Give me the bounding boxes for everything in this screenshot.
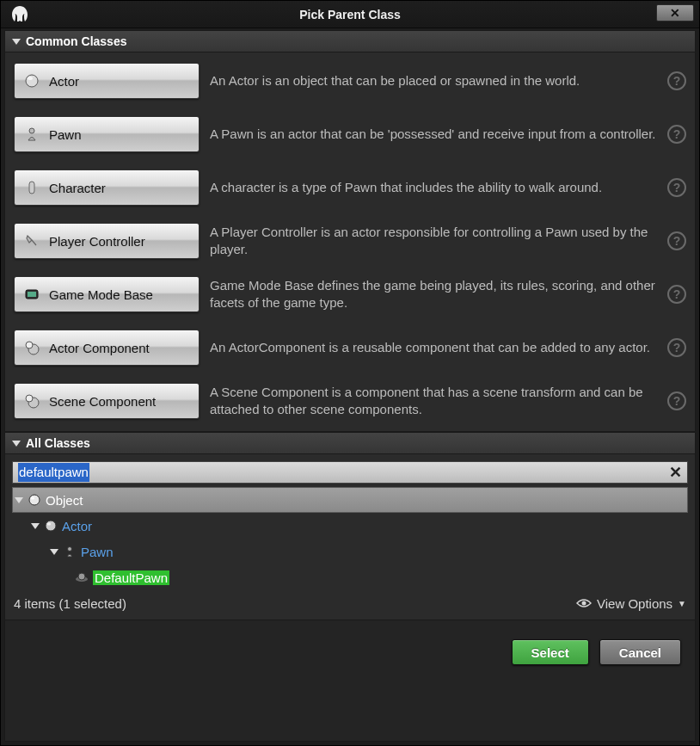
- svg-point-14: [68, 547, 72, 552]
- tree-item-pawn[interactable]: Pawn: [12, 539, 688, 564]
- class-label: Actor: [49, 74, 79, 89]
- all-classes-header[interactable]: All Classes: [4, 432, 696, 454]
- sphere-icon: [27, 492, 42, 508]
- class-label: Game Mode Base: [49, 287, 153, 302]
- svg-point-16: [78, 573, 85, 580]
- default-pawn-icon: [74, 570, 89, 585]
- help-button[interactable]: ?: [667, 338, 686, 357]
- class-row-pawn: Pawn A Pawn is an actor that can be 'pos…: [14, 116, 686, 152]
- tree-footer: 4 items (1 selected) View Options ▼: [12, 590, 688, 614]
- help-button[interactable]: ?: [667, 391, 686, 410]
- all-classes-panel: defaultpawn ✕ Object Actor: [4, 454, 696, 620]
- close-icon: ✕: [669, 463, 682, 482]
- section-label: Common Classes: [26, 34, 126, 48]
- tree-item-actor[interactable]: Actor: [12, 513, 688, 539]
- help-button[interactable]: ?: [667, 178, 686, 197]
- view-options-button[interactable]: View Options ▼: [576, 596, 686, 611]
- class-description: An ActorComponent is a reusable componen…: [210, 339, 657, 356]
- class-button-character[interactable]: Character: [14, 170, 200, 206]
- common-classes-panel: Actor An Actor is an object that can be …: [4, 52, 696, 432]
- tree-label: DefaultPawn: [93, 570, 169, 585]
- class-button-actor-component[interactable]: Actor Component: [14, 330, 200, 366]
- expand-icon: [12, 441, 21, 447]
- sphere-icon: [43, 518, 58, 533]
- cancel-button[interactable]: Cancel: [599, 639, 681, 665]
- tree-item-object[interactable]: Object: [12, 487, 688, 513]
- class-description: A Player Controller is an actor responsi…: [210, 224, 657, 259]
- tree-label: Object: [46, 493, 83, 508]
- close-icon: ✕: [670, 6, 680, 20]
- controller-icon: [23, 232, 40, 250]
- expand-icon: [50, 549, 58, 555]
- class-row-actor-component: Actor Component An ActorComponent is a r…: [14, 330, 686, 366]
- section-label: All Classes: [26, 436, 90, 450]
- svg-point-2: [29, 128, 34, 133]
- common-classes-header[interactable]: Common Classes: [4, 30, 696, 52]
- help-button[interactable]: ?: [667, 285, 686, 304]
- class-description: A character is a type of Pawn that inclu…: [210, 179, 657, 196]
- class-tree: Object Actor Pawn DefaultPawn: [12, 487, 688, 590]
- class-search-field[interactable]: defaultpawn ✕: [12, 461, 688, 484]
- search-text-selected: defaultpawn: [18, 463, 89, 482]
- gamemode-icon: [23, 286, 40, 303]
- class-button-pawn[interactable]: Pawn: [14, 116, 200, 152]
- svg-point-9: [26, 395, 33, 402]
- titlebar: Pick Parent Class ✕: [1, 1, 699, 28]
- help-button[interactable]: ?: [667, 231, 686, 250]
- sphere-icon: [23, 72, 40, 89]
- svg-point-1: [28, 77, 33, 80]
- tree-item-defaultpawn[interactable]: DefaultPawn: [12, 564, 688, 590]
- svg-point-17: [581, 601, 586, 606]
- pawn-icon: [23, 126, 40, 143]
- class-button-player-controller[interactable]: Player Controller: [14, 223, 200, 259]
- select-button[interactable]: Select: [512, 639, 589, 665]
- expand-icon: [15, 497, 23, 503]
- svg-point-7: [26, 342, 33, 348]
- dialog-title: Pick Parent Class: [299, 8, 401, 22]
- expand-icon: [31, 523, 40, 529]
- eye-icon: [576, 598, 592, 608]
- class-row-player-controller: Player Controller A Player Controller is…: [14, 223, 686, 259]
- class-button-actor[interactable]: Actor: [14, 63, 200, 99]
- svg-point-12: [46, 521, 56, 531]
- capsule-icon: [23, 179, 40, 196]
- class-label: Actor Component: [49, 341, 150, 355]
- svg-rect-3: [29, 182, 34, 194]
- pick-parent-class-dialog: Pick Parent Class ✕ Common Classes Actor…: [0, 0, 700, 746]
- class-button-game-mode-base[interactable]: Game Mode Base: [14, 276, 200, 312]
- tree-label: Pawn: [81, 545, 114, 559]
- chevron-down-icon: ▼: [678, 599, 686, 608]
- search-input[interactable]: [89, 465, 666, 480]
- svg-point-0: [26, 75, 38, 87]
- svg-point-13: [47, 523, 51, 526]
- class-description: Game Mode Base defines the game being pl…: [210, 277, 657, 312]
- class-row-game-mode-base: Game Mode Base Game Mode Base defines th…: [14, 276, 686, 312]
- class-row-scene-component: Scene Component A Scene Component is a c…: [14, 383, 686, 419]
- component-icon: [23, 339, 40, 356]
- class-label: Pawn: [49, 127, 82, 142]
- item-count: 4 items (1 selected): [14, 596, 126, 611]
- svg-rect-5: [28, 292, 36, 297]
- help-button[interactable]: ?: [667, 71, 686, 90]
- svg-point-11: [31, 497, 34, 500]
- expand-icon: [12, 39, 21, 45]
- class-description: A Scene Component is a component that ha…: [210, 384, 657, 419]
- class-row-character: Character A character is a type of Pawn …: [14, 170, 686, 206]
- pawn-icon: [62, 544, 77, 559]
- class-label: Character: [49, 181, 106, 195]
- close-button[interactable]: ✕: [656, 4, 694, 22]
- help-button[interactable]: ?: [667, 125, 686, 144]
- class-label: Scene Component: [49, 394, 156, 409]
- unreal-logo-icon: [8, 3, 32, 27]
- class-description: An Actor is an object that can be placed…: [210, 72, 657, 89]
- class-label: Player Controller: [49, 234, 145, 249]
- svg-point-10: [29, 495, 40, 505]
- class-row-actor: Actor An Actor is an object that can be …: [14, 63, 686, 99]
- clear-search-button[interactable]: ✕: [666, 464, 684, 481]
- class-button-scene-component[interactable]: Scene Component: [14, 383, 200, 419]
- tree-label: Actor: [62, 519, 92, 533]
- component-icon: [23, 392, 40, 410]
- dialog-footer: Select Cancel: [4, 620, 696, 742]
- view-options-label: View Options: [597, 596, 672, 611]
- class-description: A Pawn is an actor that can be 'possesse…: [210, 126, 657, 143]
